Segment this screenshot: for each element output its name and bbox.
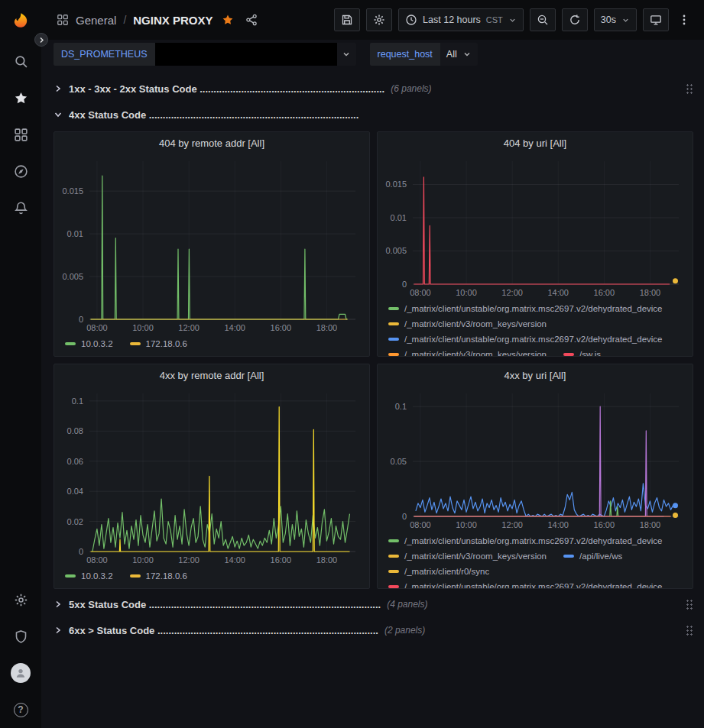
time-range-picker[interactable]: Last 12 hours CST	[398, 8, 524, 31]
bell-icon	[14, 201, 28, 215]
legend-swatch	[388, 555, 399, 558]
more-options-button[interactable]	[675, 8, 693, 31]
chevron-down-icon	[54, 110, 63, 119]
legend-swatch	[388, 570, 399, 573]
legend-item[interactable]: /_matrix/client/unstable/org.matrix.msc2…	[388, 335, 663, 344]
svg-text:0.015: 0.015	[62, 186, 83, 196]
row-panel-count: (2 panels)	[384, 625, 425, 636]
legend-item[interactable]: 172.18.0.6	[130, 571, 187, 581]
svg-text:10:00: 10:00	[456, 288, 477, 297]
sidebar-item-explore[interactable]	[0, 153, 41, 189]
legend-item[interactable]: /_matrix/client/unstable/org.matrix.msc2…	[388, 582, 663, 588]
svg-text:0.005: 0.005	[62, 272, 83, 281]
variable-datasource-select[interactable]	[155, 43, 356, 66]
svg-text:10:00: 10:00	[132, 555, 154, 565]
chevron-down-icon	[462, 50, 472, 59]
chevron-right-icon	[54, 600, 63, 609]
help-icon: ?	[14, 703, 28, 717]
sidebar-item-help[interactable]: ?	[0, 691, 41, 728]
row-drag-handle[interactable]	[686, 599, 693, 610]
panel-4xx-by-remote-addr: 4xx by remote addr [All] 08:0010:0012:00…	[54, 364, 370, 589]
legend-swatch	[388, 338, 399, 341]
variable-datasource: DS_PROMETHEUS	[54, 43, 356, 66]
sidebar-expand-button[interactable]	[34, 33, 48, 47]
panel-404-by-uri: 404 by uri [All] 08:0010:0012:0014:0016:…	[377, 131, 693, 357]
panel-plot-area[interactable]: 08:0010:0012:0014:0016:0018:0000.050.1	[378, 386, 693, 532]
save-dashboard-button[interactable]	[334, 8, 360, 31]
legend-swatch	[563, 353, 574, 356]
svg-text:10:00: 10:00	[456, 520, 477, 529]
sidebar-item-starred[interactable]	[0, 79, 41, 116]
row-6xx[interactable]: 6xx > Status Code ......................…	[54, 620, 693, 641]
chevron-right-icon	[54, 84, 63, 93]
panel-plot-area[interactable]: 08:0010:0012:0014:0016:0018:0000.0050.01…	[378, 154, 693, 299]
sidebar-item-profile[interactable]	[0, 655, 41, 691]
svg-text:18:00: 18:00	[640, 288, 661, 297]
sidebar-item-dashboards[interactable]	[0, 116, 41, 153]
gear-icon	[373, 14, 385, 26]
legend-swatch	[563, 555, 574, 558]
legend-item[interactable]: /api/live/ws	[563, 552, 622, 561]
timezone-label: CST	[486, 15, 503, 24]
sidebar-item-search[interactable]	[0, 43, 41, 79]
row-1xx-3xx-2xx[interactable]: 1xx - 3xx - 2xx Status Code ............…	[54, 78, 693, 99]
legend-label: /_matrix/client/v3/room_keys/version	[404, 350, 547, 356]
svg-text:14:00: 14:00	[224, 323, 245, 332]
panel-title-text: 4xx by remote addr [All]	[160, 370, 264, 381]
dashboard-settings-button[interactable]	[366, 8, 392, 31]
refresh-button[interactable]	[562, 8, 588, 31]
svg-text:18:00: 18:00	[640, 520, 661, 529]
grafana-logo-icon[interactable]	[11, 0, 31, 43]
legend-swatch	[130, 342, 141, 345]
svg-text:08:00: 08:00	[410, 288, 431, 297]
panel-plot-area[interactable]: 08:0010:0012:0014:0016:0018:0000.020.040…	[54, 386, 369, 567]
legend-item[interactable]: /_matrix/client/v3/room_keys/version	[388, 350, 547, 356]
row-4xx[interactable]: 4xx Status Code ........................…	[54, 104, 693, 125]
legend-item[interactable]: 172.18.0.6	[130, 339, 187, 348]
panel-404-by-remote-addr: 404 by remote addr [All] 08:0010:0012:00…	[54, 131, 370, 357]
legend-item[interactable]: /_matrix/client/r0/sync	[388, 567, 489, 576]
legend-item[interactable]: 10.0.3.2	[65, 339, 113, 348]
legend-item[interactable]: /_matrix/client/v3/room_keys/version	[388, 319, 547, 328]
panel-title[interactable]: 4xx by uri [All]	[378, 364, 693, 386]
legend-item[interactable]: 10.0.3.2	[65, 571, 113, 581]
panel-legend: 10.0.3.2172.18.0.6	[54, 567, 369, 588]
legend-item[interactable]: /sw.js	[563, 350, 601, 356]
legend-item[interactable]: /_matrix/client/unstable/org.matrix.msc2…	[388, 536, 663, 545]
zoom-out-button[interactable]	[530, 8, 556, 31]
svg-text:08:00: 08:00	[86, 323, 108, 332]
chevron-down-icon	[621, 16, 630, 24]
sidebar-item-configuration[interactable]	[0, 581, 41, 618]
panel-legend: /_matrix/client/unstable/org.matrix.msc2…	[378, 299, 693, 356]
legend-item[interactable]: /_matrix/client/v3/room_keys/version	[388, 552, 547, 561]
refresh-interval-picker[interactable]: 30s	[594, 8, 637, 31]
row-drag-handle[interactable]	[686, 625, 693, 636]
legend-swatch	[65, 342, 76, 345]
panel-title[interactable]: 404 by remote addr [All]	[54, 132, 369, 154]
chevron-right-icon	[54, 626, 63, 635]
legend-item[interactable]: /_matrix/client/unstable/org.matrix.msc2…	[388, 304, 663, 313]
row-title: 6xx > Status Code ......................…	[69, 625, 378, 636]
variable-request-host-select[interactable]: All	[440, 43, 478, 66]
row-5xx[interactable]: 5xx Status Code ........................…	[54, 594, 693, 615]
panel-legend: 10.0.3.2172.18.0.6	[54, 335, 369, 356]
breadcrumb-separator: /	[123, 14, 126, 26]
legend-label: /_matrix/client/unstable/org.matrix.msc2…	[404, 536, 663, 545]
panel-title[interactable]: 404 by uri [All]	[378, 132, 693, 154]
compass-icon	[14, 164, 28, 179]
tv-mode-button[interactable]	[643, 8, 669, 31]
panel-title[interactable]: 4xx by remote addr [All]	[54, 364, 369, 386]
dashboard-content: 1xx - 3xx - 2xx Status Code ............…	[41, 69, 704, 728]
svg-text:16:00: 16:00	[271, 323, 292, 332]
sidebar-item-server-admin[interactable]	[0, 618, 41, 655]
svg-text:12:00: 12:00	[178, 323, 200, 332]
row-drag-handle[interactable]	[686, 83, 693, 95]
time-range-label: Last 12 hours	[423, 15, 481, 25]
favorite-star-button[interactable]	[219, 11, 236, 28]
sidebar-item-alerting[interactable]	[0, 189, 41, 226]
panel-grid-4xx: 404 by remote addr [All] 08:0010:0012:00…	[54, 131, 693, 589]
breadcrumb-section[interactable]: General	[76, 14, 116, 27]
panel-plot-area[interactable]: 08:0010:0012:0014:0016:0018:0000.0050.01…	[54, 154, 369, 335]
share-button[interactable]	[243, 11, 260, 28]
svg-text:0: 0	[402, 512, 407, 521]
